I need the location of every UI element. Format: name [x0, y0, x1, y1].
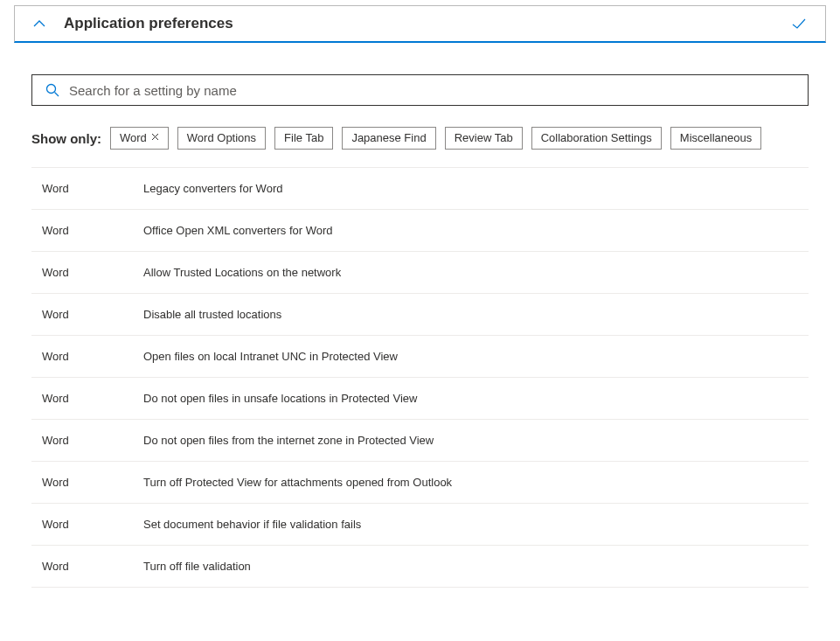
search-icon: [45, 82, 60, 98]
filter-chip[interactable]: Miscellaneous: [670, 127, 761, 150]
filter-chip-active[interactable]: Word: [110, 127, 169, 150]
list-item[interactable]: Word Turn off file validation: [31, 546, 809, 588]
filter-chip-text: Miscellaneous: [680, 130, 752, 146]
list-item[interactable]: Word Office Open XML converters for Word: [31, 210, 809, 252]
check-icon: [790, 15, 808, 32]
list-item[interactable]: Word Legacy converters for Word: [31, 167, 809, 210]
list-item[interactable]: Word Do not open files from the internet…: [31, 420, 809, 462]
filter-chip[interactable]: Japanese Find: [342, 127, 435, 150]
section-title: Application preferences: [64, 15, 233, 32]
setting-name: Office Open XML converters for Word: [143, 224, 798, 237]
list-item[interactable]: Word Allow Trusted Locations on the netw…: [31, 252, 809, 294]
setting-name: Open files on local Intranet UNC in Prot…: [143, 350, 798, 363]
setting-name: Warn before printing, saving or sending …: [143, 602, 798, 604]
filter-chip[interactable]: Collaboration Settings: [531, 127, 662, 150]
setting-app: Word: [42, 518, 143, 531]
setting-app: Word: [42, 602, 143, 604]
filter-chip-text: Review Tab: [455, 130, 513, 146]
filter-chip-text: Collaboration Settings: [541, 130, 652, 146]
filter-chip[interactable]: Review Tab: [445, 127, 523, 150]
list-item[interactable]: Word Do not open files in unsafe locatio…: [31, 378, 809, 420]
svg-line-1: [55, 93, 59, 97]
settings-list[interactable]: Word Legacy converters for Word Word Off…: [31, 167, 809, 604]
setting-app: Word: [42, 392, 143, 405]
filter-chip[interactable]: Word Options: [177, 127, 266, 150]
setting-name: Turn off Protected View for attachments …: [143, 476, 798, 489]
search-box[interactable]: [31, 74, 809, 106]
filter-chip[interactable]: File Tab: [274, 127, 333, 150]
filter-chip-text: Word: [120, 130, 147, 146]
setting-name: Turn off file validation: [143, 560, 798, 573]
filter-chip-text: File Tab: [284, 130, 323, 146]
setting-app: Word: [42, 266, 143, 279]
setting-name: Disable all trusted locations: [143, 308, 798, 321]
list-item[interactable]: Word Turn off Protected View for attachm…: [31, 462, 809, 504]
setting-app: Word: [42, 434, 143, 447]
main-content: Show only: Word Word Options File Tab Ja…: [0, 43, 840, 604]
setting-name: Do not open files from the internet zone…: [143, 434, 798, 447]
setting-app: Word: [42, 476, 143, 489]
list-item[interactable]: Word Disable all trusted locations: [31, 294, 809, 336]
list-item[interactable]: Word Open files on local Intranet UNC in…: [31, 336, 809, 378]
filter-chip-text: Word Options: [187, 130, 256, 146]
section-header[interactable]: Application preferences: [14, 5, 826, 43]
svg-point-0: [47, 85, 56, 94]
list-item[interactable]: Word Set document behavior if file valid…: [31, 504, 809, 546]
setting-name: Set document behavior if file validation…: [143, 518, 798, 531]
setting-name: Legacy converters for Word: [143, 182, 798, 195]
setting-app: Word: [42, 350, 143, 363]
setting-app: Word: [42, 308, 143, 321]
filter-row: Show only: Word Word Options File Tab Ja…: [31, 127, 809, 150]
setting-app: Word: [42, 560, 143, 573]
close-icon[interactable]: [151, 131, 159, 144]
search-input[interactable]: [69, 83, 795, 98]
collapse-icon: [32, 17, 46, 31]
list-item[interactable]: Word Warn before printing, saving or sen…: [31, 588, 809, 604]
setting-name: Allow Trusted Locations on the network: [143, 266, 798, 279]
filter-chip-text: Japanese Find: [351, 130, 426, 146]
setting-app: Word: [42, 182, 143, 195]
filter-label: Show only:: [31, 131, 101, 146]
setting-name: Do not open files in unsafe locations in…: [143, 392, 798, 405]
setting-app: Word: [42, 224, 143, 237]
